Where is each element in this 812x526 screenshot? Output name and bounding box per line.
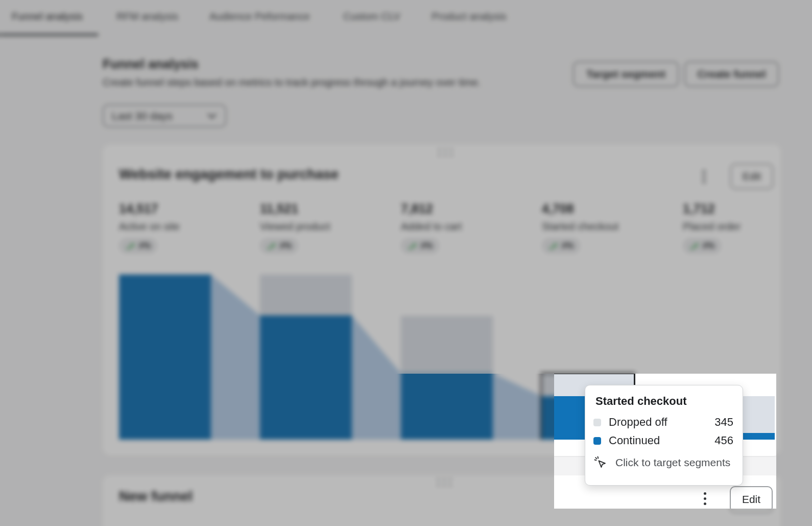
step-value: 7,812 xyxy=(401,201,534,216)
trend-up-icon xyxy=(267,242,276,250)
funnel-bar-dropped-segment[interactable] xyxy=(401,316,493,373)
change-value: #% xyxy=(421,241,433,250)
change-value: #% xyxy=(703,241,714,250)
step-label: Viewed product xyxy=(260,221,393,233)
trend-up-icon xyxy=(126,242,135,250)
cursor-click-icon xyxy=(593,455,607,469)
tooltip-title: Started checkout xyxy=(595,395,733,408)
funnel-bar-continued-segment[interactable] xyxy=(119,275,211,440)
trend-up-icon xyxy=(689,242,699,250)
funnel-bar-dropped-segment[interactable] xyxy=(260,275,352,315)
change-badge: #% xyxy=(119,238,157,254)
change-value: #% xyxy=(562,241,574,250)
tooltip-row-continued: Continued 456 xyxy=(593,432,733,449)
change-badge: #% xyxy=(401,238,439,254)
funnel-step-stat: 1,712 Placed order #% xyxy=(683,201,812,254)
change-value: #% xyxy=(139,241,151,250)
funnel-bar-continued-segment[interactable] xyxy=(401,373,493,440)
continued-swatch xyxy=(593,437,601,445)
step-label: Added to cart xyxy=(401,221,534,233)
funnel-step-stat: 4,708 Started checkout #% xyxy=(542,201,675,254)
funnel-connector xyxy=(352,315,401,440)
step-label: Started checkout xyxy=(542,221,675,233)
new-funnel-edit-button[interactable]: Edit xyxy=(730,486,773,513)
change-value: #% xyxy=(280,241,292,250)
funnel-connector xyxy=(493,373,542,440)
kebab-menu-icon[interactable] xyxy=(702,491,708,506)
chart-tooltip: Started checkout Dropped off 345 Continu… xyxy=(585,385,743,486)
dropped-off-swatch xyxy=(593,419,601,426)
step-label: Active on site xyxy=(119,221,252,233)
funnel-bar-continued-segment[interactable] xyxy=(260,315,352,440)
drag-handle-icon[interactable] xyxy=(437,478,451,486)
change-badge: #% xyxy=(683,238,721,254)
funnel-analysis-screen: Funnel analysis RFM analysis Audience Pe… xyxy=(0,0,812,526)
funnel-step-stat: 11,521 Viewed product #% xyxy=(260,201,393,254)
new-funnel-card-title: New funnel xyxy=(119,489,193,505)
tooltip-hint: Click to target segments xyxy=(593,455,733,469)
step-value: 4,708 xyxy=(542,201,675,216)
funnel-card-title: Website engagement to purchase xyxy=(119,167,339,182)
funnel-step-stat: 7,812 Added to cart #% xyxy=(401,201,534,254)
trend-up-icon xyxy=(408,242,417,250)
tooltip-hint-text: Click to target segments xyxy=(615,456,730,469)
funnel-connector xyxy=(211,275,260,440)
funnel-step-stat: 14,517 Active on site #% xyxy=(119,201,252,254)
step-label: Placed order xyxy=(683,221,812,233)
step-value: 1,712 xyxy=(683,201,812,216)
tooltip-row-label: Continued xyxy=(609,434,714,447)
tooltip-row-value: 456 xyxy=(714,434,733,447)
drag-handle-icon[interactable] xyxy=(438,149,452,156)
step-value: 14,517 xyxy=(119,201,252,216)
tooltip-row-dropped-off: Dropped off 345 xyxy=(593,414,733,431)
step-value: 11,521 xyxy=(260,201,393,216)
change-badge: #% xyxy=(542,238,580,254)
change-badge: #% xyxy=(260,238,298,254)
kebab-menu-icon[interactable] xyxy=(701,169,707,184)
tooltip-row-value: 345 xyxy=(714,416,733,429)
funnel-card-edit-button[interactable]: Edit xyxy=(730,164,773,189)
tooltip-row-label: Dropped off xyxy=(609,416,714,429)
trend-up-icon xyxy=(548,242,558,250)
